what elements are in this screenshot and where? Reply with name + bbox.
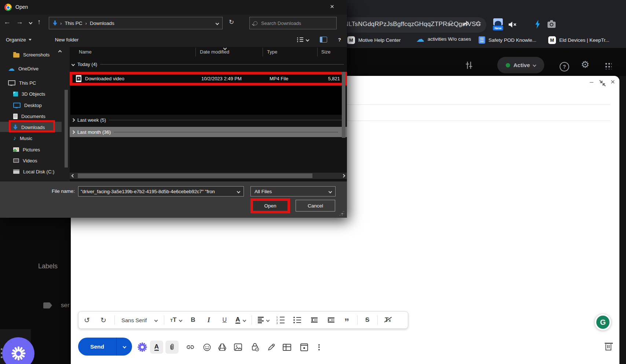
file-row-downloaded-video[interactable]: Downloaded video 10/2/2023 2:49 PM MP4 F…	[70, 72, 347, 85]
new-folder-button[interactable]: New folder	[55, 37, 79, 43]
italic-icon[interactable]: I	[201, 312, 216, 328]
exit-fullscreen-icon[interactable]	[598, 79, 607, 88]
sidebar-item-music[interactable]: ♪Music	[13, 134, 32, 143]
text-color-dropdown[interactable]: A	[233, 312, 248, 328]
dialog-close-icon[interactable]: ×	[330, 3, 334, 11]
scroll-left-icon[interactable]	[72, 174, 75, 178]
discard-draft-icon[interactable]	[605, 343, 612, 351]
redo-icon[interactable]: ↻	[95, 312, 111, 328]
breadcrumb[interactable]: › This PC › Downloads	[49, 17, 223, 29]
dialog-titlebar[interactable]: Open ×	[0, 0, 347, 15]
scroll-right-icon[interactable]	[342, 174, 345, 178]
insert-signature-icon[interactable]	[265, 341, 278, 354]
sidebar-item-desktop[interactable]: Desktop	[13, 101, 42, 110]
list-vertical-scrollbar[interactable]	[342, 72, 345, 138]
sidebar-scrollbar[interactable]	[65, 90, 68, 168]
filename-input[interactable]	[78, 189, 237, 194]
gemini-sparkle-icon[interactable]	[136, 341, 149, 354]
sidebar-item-this-pc[interactable]: This PC	[8, 78, 36, 87]
sidebar-item-local-disk[interactable]: Local Disk (C:)	[13, 167, 54, 176]
undo-icon[interactable]: ↺	[78, 312, 95, 328]
availability-status-dropdown[interactable]: Active	[497, 57, 544, 73]
insert-photo-icon[interactable]	[231, 341, 245, 354]
google-apps-grid-icon[interactable]	[604, 62, 612, 69]
bookmark-star-icon[interactable]: ☆	[475, 21, 482, 26]
filename-combobox[interactable]	[78, 186, 244, 196]
numbered-list-icon[interactable]: 123	[272, 312, 289, 328]
attach-file-icon[interactable]	[165, 341, 179, 354]
up-icon[interactable]: ↑	[37, 18, 41, 25]
group-last-week[interactable]: Last week (5)	[72, 117, 349, 123]
mute-speaker-icon[interactable]	[508, 20, 517, 29]
column-header-name[interactable]: Name	[79, 49, 92, 55]
send-button[interactable]: Send	[78, 338, 132, 356]
bookmark-safety-pod[interactable]: Safety POD Knowle...	[479, 36, 537, 44]
column-header-date[interactable]: Date modified	[200, 49, 229, 55]
formatting-options-icon[interactable]: A	[150, 341, 163, 354]
more-options-icon[interactable]	[312, 341, 326, 354]
column-header-size[interactable]: Size	[321, 49, 330, 55]
bookmark-eld-devices[interactable]: M Eld Devices | KeepTr...	[548, 36, 609, 44]
forward-icon[interactable]: →	[16, 18, 23, 25]
settings-gear-icon[interactable]: ⚙	[581, 59, 589, 70]
bold-icon[interactable]: B	[185, 312, 201, 328]
confidential-mode-icon[interactable]	[249, 341, 262, 354]
minimize-icon[interactable]: –	[587, 77, 596, 86]
column-header-type[interactable]: Type	[267, 49, 277, 55]
breadcrumb-this-pc[interactable]: This PC	[65, 21, 83, 26]
filename-dropdown-chevron-icon[interactable]	[237, 190, 241, 193]
search-input[interactable]	[260, 20, 324, 26]
extension-new-icon[interactable]: New	[493, 18, 503, 31]
sidebar-item-screenshots[interactable]: Screenshots	[13, 50, 50, 59]
resize-grip[interactable]	[339, 210, 344, 216]
strikethrough-icon[interactable]: S	[360, 312, 374, 328]
insert-emoji-icon[interactable]	[200, 341, 213, 354]
refresh-icon[interactable]: ↻	[229, 19, 234, 26]
help-icon[interactable]: ?	[560, 62, 569, 71]
table-layout-icon[interactable]	[280, 341, 293, 354]
bookmark-motive-help-center[interactable]: M Motive Help Center	[347, 36, 401, 44]
group-today[interactable]: Today (4)	[72, 62, 349, 67]
scrollbar-thumb[interactable]	[78, 173, 312, 178]
insert-drive-icon[interactable]	[216, 341, 229, 354]
sidebar-item-documents[interactable]: Documents	[13, 112, 45, 121]
organize-menu[interactable]: Organize	[6, 37, 32, 43]
cancel-button[interactable]: Cancel	[296, 200, 335, 212]
share-icon[interactable]	[461, 20, 469, 28]
quote-icon[interactable]: ”	[340, 310, 354, 330]
font-size-dropdown[interactable]: TT	[167, 312, 185, 328]
view-mode-icon[interactable]	[297, 37, 303, 42]
remove-formatting-icon[interactable]: Tx	[381, 312, 395, 328]
sidebar-scroll-up-icon[interactable]	[58, 50, 62, 54]
breadcrumb-downloads[interactable]: Downloads	[90, 21, 114, 26]
preview-pane-icon[interactable]	[320, 37, 327, 43]
address-dropdown-chevron-icon[interactable]	[216, 21, 219, 25]
open-button[interactable]: Open	[253, 201, 288, 211]
group-last-month-band[interactable]: Last month (36)	[70, 127, 347, 137]
sidebar-item-videos[interactable]: Videos	[13, 156, 37, 165]
camera-extension-icon[interactable]	[547, 20, 556, 28]
sidebar-item-onedrive[interactable]: ☁OneDrive	[8, 64, 39, 73]
search-box[interactable]	[249, 17, 337, 29]
back-icon[interactable]: ←	[4, 18, 11, 25]
close-compose-icon[interactable]: ×	[608, 77, 617, 86]
sidebar-item-3d-objects[interactable]: 3D Objects	[13, 89, 45, 98]
send-options-dropdown[interactable]	[117, 345, 132, 348]
recent-locations-chevron-icon[interactable]	[29, 21, 33, 25]
list-horizontal-scrollbar[interactable]	[70, 173, 347, 179]
lightning-extension-icon[interactable]	[534, 19, 542, 29]
help-icon[interactable]: ?	[338, 37, 341, 43]
sidebar-item-pictures[interactable]: Pictures	[13, 145, 40, 154]
bulleted-list-icon[interactable]	[289, 312, 306, 328]
align-dropdown[interactable]	[255, 312, 272, 328]
view-mode-chevron-icon[interactable]	[305, 38, 309, 41]
font-family-dropdown[interactable]: Sans Serif	[118, 312, 161, 328]
indent-less-icon[interactable]	[306, 312, 323, 328]
grammarly-badge[interactable]: G	[594, 314, 611, 331]
bookmark-activities[interactable]: ☁ activities W/o cases	[416, 36, 471, 42]
filetype-select[interactable]: All Files	[250, 186, 336, 196]
insert-link-icon[interactable]	[184, 341, 197, 354]
gmail-label-item[interactable]: ser	[43, 302, 70, 309]
underline-icon[interactable]: U	[216, 312, 233, 328]
filter-sliders-icon[interactable]	[464, 60, 474, 70]
